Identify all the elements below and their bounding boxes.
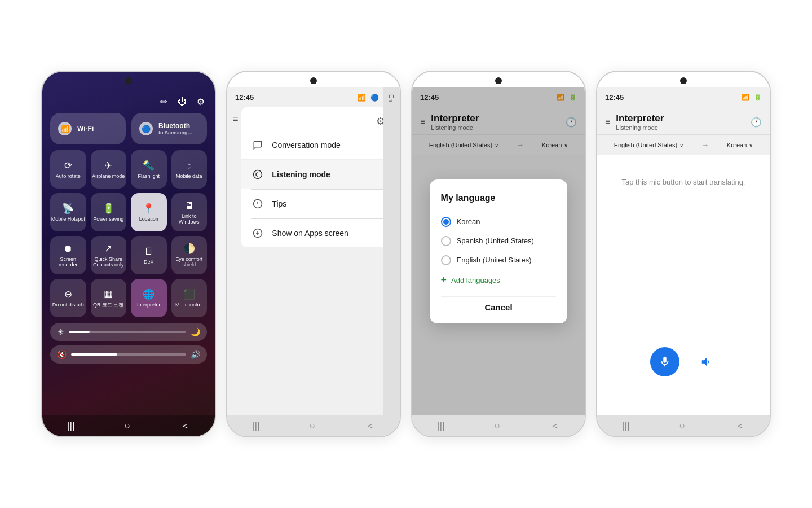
phone-3-interpreter-dialog: 12:45 📶 🔋 ≡ Interpreter Listening mode 🕐… [411,71,586,437]
nav-back-icon[interactable]: ||| [67,420,75,432]
radio-korean[interactable]: Korean [441,212,557,231]
menu-item-show-apps[interactable]: Show on Apps screen [241,219,394,247]
right-panel-text: En [388,94,395,102]
brightness-track [69,331,186,333]
p1-wide-tiles: 📶 Wi-Fi 🔵 Bluetooth to Samsung… [50,113,207,144]
auto-rotate-tile[interactable]: ⟳Auto rotate [50,150,86,189]
nav-back-icon-3[interactable]: ||| [437,420,445,432]
bluetooth-tile[interactable]: 🔵 Bluetooth to Samsung… [131,113,207,144]
p4-subtitle: Listening mode [616,124,751,131]
radio-spanish-label: Spanish (United States) [457,237,534,245]
p4-mic-area [597,340,770,383]
menu-item-conversation[interactable]: Conversation mode [241,131,394,160]
clock-icon-4[interactable]: 🕐 [751,117,762,128]
nav-home-icon-3[interactable]: ○ [495,420,501,432]
radio-korean-dot [443,219,449,225]
lang-from-btn-4[interactable]: English (United States) ∨ [614,142,684,148]
add-languages-btn[interactable]: + Add languages [441,270,557,291]
nav-home-icon-2[interactable]: ○ [310,420,316,432]
p4-status-icons: 📶 🔋 [742,94,762,101]
hamburger-icon[interactable]: ≡ [233,107,241,124]
phone-4-interpreter-mic: 12:45 📶 🔋 ≡ Interpreter Listening mode 🕐… [596,71,771,437]
mobile-data-tile[interactable]: ↕Mobile data [171,150,208,189]
brightness-icon: ☀ [57,327,64,336]
conversation-icon [251,139,264,151]
quick-share-tile[interactable]: ↗Quick Share Contacts only [91,236,127,274]
wifi-status-icon: 🔵 [370,94,379,102]
brightness-slider[interactable]: ☀ 🌙 [50,323,207,341]
conversation-label: Conversation mode [272,141,340,150]
eye-comfort-tile[interactable]: 🌓Eye comfort shield [171,236,208,274]
p2-right-panel: En [383,87,400,415]
prompt-text: Tap this mic button to start translating… [622,178,745,186]
nav-back-icon-2[interactable]: ||| [252,420,260,432]
nav-back-icon-4[interactable]: ||| [622,420,630,432]
lang-to-btn-4[interactable]: Korean ∨ [727,142,753,148]
nav-home-icon[interactable]: ○ [125,420,131,432]
flashlight-tile[interactable]: 🔦Flashlight [131,150,167,189]
dex-tile[interactable]: 🖥DeX [131,236,167,274]
nav-recent-icon[interactable]: ＜ [180,419,190,432]
wifi-tile[interactable]: 📶 Wi-Fi [50,113,126,144]
radio-spanish[interactable]: Spanish (United States) [441,231,557,251]
radio-english[interactable]: English (United States) [441,251,557,270]
p2-main-area: ≡ ⚙ Conversation mode [227,107,400,247]
airplane-tile[interactable]: ✈Airplane mode [91,150,127,189]
location-tile[interactable]: 📍Location [131,193,167,231]
sound-off-icon: 🔇 [57,350,67,359]
phone3-nav: ||| ○ ＜ [412,415,585,436]
qr-scan-tile[interactable]: ▦QR 코드 스캔 [91,279,127,317]
phone2-nav: ||| ○ ＜ [227,415,400,436]
radio-english-circle [441,255,451,265]
volume-slider[interactable]: 🔇 🔊 [50,345,207,364]
p2-topbar: 12:45 📶 🔵 🔋 [227,87,400,107]
hamburger-icon-4[interactable]: ≡ [605,117,610,127]
cancel-btn[interactable]: Cancel [441,296,557,314]
nav-recent-icon-3[interactable]: ＜ [550,419,560,432]
p1-grid-tiles: ⟳Auto rotate ✈Airplane mode 🔦Flashlight … [50,150,207,317]
menu-item-listening[interactable]: Listening mode [241,160,394,189]
wifi-label: Wi-Fi [77,125,94,133]
bluetooth-icon: 🔵 [139,122,153,135]
dnd-tile[interactable]: ⊖Do not disturb [50,279,86,317]
night-icon: 🌙 [191,327,200,336]
power-icon[interactable]: ⏻ [178,97,187,107]
radio-korean-label: Korean [457,217,480,226]
phones-container: ✏ ⏻ ⚙ 📶 Wi-Fi 🔵 Bluetooth to Samsung… [41,71,771,437]
link-windows-tile[interactable]: 🖥Link to Windows [171,193,208,231]
multi-control-tile[interactable]: ⬛Multi control [171,279,208,317]
dialog-title: My language [441,193,557,203]
phone1-screen: ✏ ⏻ ⚙ 📶 Wi-Fi 🔵 Bluetooth to Samsung… [42,87,215,415]
interpreter-tile[interactable]: 🌐Interpreter [131,279,167,317]
camera-3 [495,77,502,84]
p4-title-group: Interpreter Listening mode [616,113,751,131]
radio-spanish-circle [441,236,451,246]
p4-header: 12:45 📶 🔋 [597,87,770,107]
menu-item-tips[interactable]: Tips [241,190,394,218]
camera-4 [680,77,687,84]
phone4-nav: ||| ○ ＜ [597,415,770,436]
bluetooth-label: Bluetooth [158,122,193,130]
mic-button[interactable] [650,347,679,376]
settings-icon[interactable]: ⚙ [197,97,205,107]
p3-language-dialog: My language Korean Spanish (United State… [430,179,568,323]
p4-lang-bar: English (United States) ∨ → Korean ∨ [597,134,770,155]
power-saving-tile[interactable]: 🔋Power saving [91,193,127,231]
phone3-screen: 12:45 📶 🔋 ≡ Interpreter Listening mode 🕐… [412,87,585,415]
phone2-screen: 12:45 📶 🔵 🔋 ≡ ⚙ [227,87,400,415]
nav-recent-icon-2[interactable]: ＜ [365,419,375,432]
volume-track [71,353,186,356]
camera-2 [310,77,317,84]
speaker-button[interactable] [696,352,717,372]
nav-home-icon-4[interactable]: ○ [679,420,686,432]
nav-recent-icon-4[interactable]: ＜ [735,419,745,432]
p2-menu-container: ⚙ Conversation mode [241,107,394,247]
hotspot-tile[interactable]: 📡Mobile Hotspot [50,193,86,231]
p1-sliders: ☀ 🌙 🔇 🔊 [50,323,207,364]
cancel-label: Cancel [484,303,512,312]
phone-2-menu: 12:45 📶 🔵 🔋 ≡ ⚙ [226,71,401,437]
lang-to-text-4: Korean [727,142,747,148]
screen-recorder-tile[interactable]: ⏺Screen recorder [50,236,86,274]
edit-icon[interactable]: ✏ [160,97,167,107]
wifi-icon: 📶 [58,122,72,135]
